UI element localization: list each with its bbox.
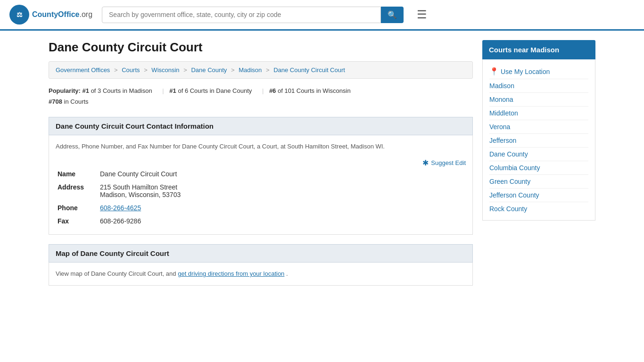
- pop-rank-0: #1: [83, 87, 89, 94]
- sidebar-item-jefferson-county[interactable]: Jefferson County: [489, 189, 588, 202]
- pop-item-1: #1 of 6 Courts in Dane County: [169, 87, 254, 94]
- contact-info-table: Name Dane County Circuit Court Address 2…: [56, 167, 466, 228]
- map-section-header: Map of Dane County Circuit Court: [49, 244, 473, 263]
- use-location-item[interactable]: 📍 Use My Location: [489, 64, 588, 79]
- contact-section-header: Dane County Circuit Court Contact Inform…: [49, 117, 473, 135]
- driving-directions-link[interactable]: get driving directions from your locatio…: [178, 270, 284, 277]
- breadcrumb: Government Offices > Courts > Wisconsin …: [49, 61, 473, 79]
- logo-text: CountyOffice.org: [32, 10, 92, 19]
- sidebar-item-dane-county[interactable]: Dane County: [489, 148, 588, 161]
- map-desc-after: .: [286, 270, 288, 277]
- pop-rank-3: #708: [49, 98, 62, 105]
- sidebar-link-rock-county[interactable]: Rock County: [489, 205, 527, 213]
- breadcrumb-link-current[interactable]: Dane County Circuit Court: [273, 66, 345, 74]
- pop-rank-1: #1: [169, 87, 176, 94]
- breadcrumb-link-courts[interactable]: Courts: [122, 66, 140, 74]
- address-label: Address: [56, 181, 98, 201]
- breadcrumb-link-gov[interactable]: Government Offices: [56, 66, 110, 74]
- search-input[interactable]: [102, 7, 381, 23]
- main-container: Dane County Circuit Court Government Off…: [39, 31, 605, 304]
- breadcrumb-link-madison[interactable]: Madison: [239, 66, 262, 74]
- sidebar-link-dane-county[interactable]: Dane County: [489, 150, 528, 158]
- use-location-link[interactable]: Use My Location: [501, 68, 550, 75]
- logo-tld: .org: [79, 10, 92, 18]
- phone-link[interactable]: 608-266-4625: [100, 204, 141, 212]
- table-row: Fax 608-266-9286: [56, 214, 466, 228]
- pop-rank-2: #6: [269, 87, 276, 94]
- fax-label: Fax: [56, 214, 98, 228]
- address-line2: Madison, Wisconsin, 53703: [100, 191, 464, 198]
- pop-desc-1: of 6 Courts in Dane County: [178, 87, 252, 94]
- sidebar-item-rock-county[interactable]: Rock County: [489, 202, 588, 215]
- logo-office: Office: [58, 10, 79, 18]
- breadcrumb-link-wi[interactable]: Wisconsin: [151, 66, 179, 74]
- name-label: Name: [56, 167, 98, 181]
- sidebar-item-jefferson[interactable]: Jefferson: [489, 134, 588, 148]
- content-area: Dane County Circuit Court Government Off…: [49, 40, 473, 295]
- sidebar-link-verona[interactable]: Verona: [489, 123, 510, 131]
- sidebar-header: Courts near Madison: [482, 40, 595, 59]
- location-pin-icon: 📍: [489, 67, 499, 76]
- name-value: Dane County Circuit Court: [98, 167, 466, 181]
- table-row: Phone 608-266-4625: [56, 201, 466, 214]
- contact-description: Address, Phone Number, and Fax Number fo…: [56, 142, 466, 151]
- address-value: 215 South Hamilton Street Madison, Wisco…: [98, 181, 466, 201]
- sidebar-item-middleton[interactable]: Middleton: [489, 107, 588, 120]
- popularity-bar: Popularity: #1 of 3 Courts in Madison | …: [49, 85, 473, 107]
- logo-icon: ⚖: [9, 5, 29, 25]
- sidebar-item-green-county[interactable]: Green County: [489, 175, 588, 189]
- map-description: View map of Dane County Circuit Court, a…: [56, 269, 466, 279]
- pop-item-2: #6 of 101 Courts in Wisconsin: [269, 87, 351, 94]
- sidebar-link-middleton[interactable]: Middleton: [489, 109, 518, 117]
- pop-item-3: #708 in Courts: [49, 98, 89, 105]
- sidebar-link-monona[interactable]: Monona: [489, 96, 513, 103]
- pop-desc-0: of 3 Courts in Madison: [91, 87, 152, 94]
- pop-desc-3: in Courts: [64, 98, 89, 105]
- table-row: Address 215 South Hamilton Street Madiso…: [56, 181, 466, 201]
- sidebar-link-madison[interactable]: Madison: [489, 82, 514, 90]
- fax-value: 608-266-9286: [98, 214, 466, 228]
- sidebar-link-columbia-county[interactable]: Columbia County: [489, 164, 540, 172]
- logo-svg: ⚖: [13, 8, 26, 21]
- sidebar: Courts near Madison 📍 Use My Location Ma…: [482, 40, 595, 295]
- suggest-edit-link[interactable]: ✱ Suggest Edit: [422, 158, 466, 167]
- logo-county: County: [32, 10, 58, 18]
- site-header: ⚖ CountyOffice.org 🔍 ☰: [0, 0, 644, 31]
- table-row: Name Dane County Circuit Court: [56, 167, 466, 181]
- phone-label: Phone: [56, 201, 98, 214]
- pop-desc-2: of 101 Courts in Wisconsin: [278, 87, 351, 94]
- map-section-body: View map of Dane County Circuit Court, a…: [49, 263, 473, 286]
- search-button[interactable]: 🔍: [381, 7, 404, 23]
- pop-item-0: #1 of 3 Courts in Madison: [83, 87, 154, 94]
- popularity-label: Popularity:: [49, 87, 81, 94]
- sidebar-link-green-county[interactable]: Green County: [489, 178, 530, 185]
- address-line1: 215 South Hamilton Street: [100, 183, 464, 191]
- sidebar-item-columbia-county[interactable]: Columbia County: [489, 161, 588, 175]
- sidebar-link-jefferson-county[interactable]: Jefferson County: [489, 191, 539, 199]
- sidebar-item-madison[interactable]: Madison: [489, 79, 588, 93]
- menu-button[interactable]: ☰: [413, 6, 431, 23]
- suggest-edit-icon: ✱: [422, 158, 429, 167]
- phone-value: 608-266-4625: [98, 201, 466, 214]
- map-desc-before: View map of Dane County Circuit Court, a…: [56, 270, 176, 277]
- breadcrumb-link-dane[interactable]: Dane County: [191, 66, 227, 74]
- contact-section-body: Address, Phone Number, and Fax Number fo…: [49, 135, 473, 235]
- svg-text:⚖: ⚖: [17, 11, 23, 18]
- page-title: Dane County Circuit Court: [49, 40, 473, 55]
- sidebar-item-monona[interactable]: Monona: [489, 93, 588, 107]
- sidebar-link-jefferson[interactable]: Jefferson: [489, 137, 516, 144]
- search-container: 🔍: [102, 7, 404, 23]
- logo-link[interactable]: ⚖ CountyOffice.org: [9, 5, 92, 25]
- sidebar-body: 📍 Use My Location Madison Monona Middlet…: [482, 59, 595, 221]
- sidebar-item-verona[interactable]: Verona: [489, 120, 588, 134]
- suggest-edit-label: Suggest Edit: [431, 159, 466, 166]
